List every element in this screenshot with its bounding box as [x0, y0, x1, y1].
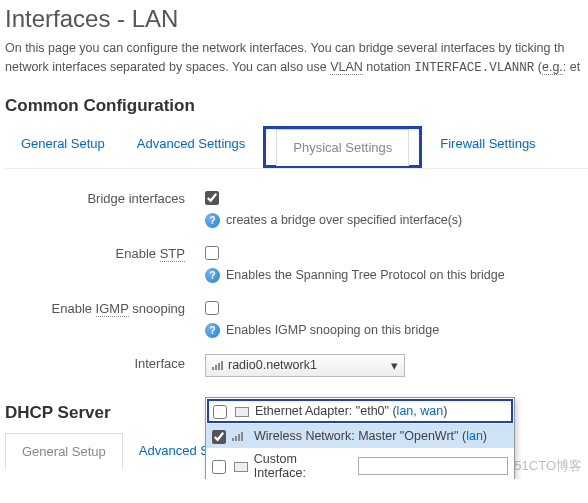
stp-label: Enable STP — [5, 244, 205, 261]
config-tabs: General Setup Advanced Settings Physical… — [5, 126, 588, 169]
opt-custom-checkbox[interactable] — [212, 460, 226, 474]
stp-hint: ? Enables the Spanning Tree Protocol on … — [205, 268, 588, 283]
custom-interface-input[interactable] — [358, 457, 508, 475]
interface-label: Interface — [5, 354, 205, 371]
field-igmp: Enable IGMP snooping ? Enables IGMP snoo… — [5, 289, 588, 344]
section-common-config: Common Configuration — [5, 96, 588, 116]
wireless-icon — [232, 432, 243, 441]
bridge-label: Bridge interfaces — [5, 189, 205, 206]
bridge-checkbox[interactable] — [205, 191, 219, 205]
help-icon: ? — [205, 323, 220, 338]
tab-physical[interactable]: Physical Settings — [276, 129, 409, 166]
opt-eth0-checkbox[interactable] — [213, 405, 227, 419]
igmp-label: Enable IGMP snooping — [5, 299, 205, 316]
bridge-hint: ? creates a bridge over specified interf… — [205, 213, 588, 228]
field-interface: Interface radio0.network1 ▾ — [5, 344, 588, 383]
wireless-icon — [212, 361, 223, 370]
ethernet-icon — [233, 405, 249, 417]
tab-physical-highlight: Physical Settings — [263, 126, 422, 168]
page-description: On this page you can configure the netwo… — [5, 39, 588, 78]
custom-nic-icon — [232, 460, 248, 472]
stp-checkbox[interactable] — [205, 246, 219, 260]
tab-firewall[interactable]: Firewall Settings — [424, 126, 551, 168]
dropdown-opt-eth0[interactable]: Ethernet Adapter: "eth0" (lan, wan) — [207, 399, 513, 423]
field-bridge: Bridge interfaces ? creates a bridge ove… — [5, 179, 588, 234]
field-stp: Enable STP ? Enables the Spanning Tree P… — [5, 234, 588, 289]
interface-dropdown: Ethernet Adapter: "eth0" (lan, wan) Wire… — [205, 397, 515, 479]
igmp-checkbox[interactable] — [205, 301, 219, 315]
page-title: Interfaces - LAN — [5, 5, 588, 33]
help-icon: ? — [205, 268, 220, 283]
tab-advanced[interactable]: Advanced Settings — [121, 126, 261, 168]
dropdown-opt-custom[interactable]: Custom Interface: — [206, 448, 514, 479]
chevron-down-icon: ▾ — [391, 358, 398, 373]
opt-wireless-checkbox[interactable] — [212, 430, 226, 444]
help-icon: ? — [205, 213, 220, 228]
tab-general[interactable]: General Setup — [5, 126, 121, 168]
interface-select[interactable]: radio0.network1 ▾ — [205, 354, 405, 377]
dhcp-tab-general[interactable]: General Setup — [5, 433, 123, 470]
igmp-hint: ? Enables IGMP snooping on this bridge — [205, 323, 588, 338]
dropdown-opt-wireless[interactable]: Wireless Network: Master "OpenWrt" (lan) — [206, 424, 514, 448]
